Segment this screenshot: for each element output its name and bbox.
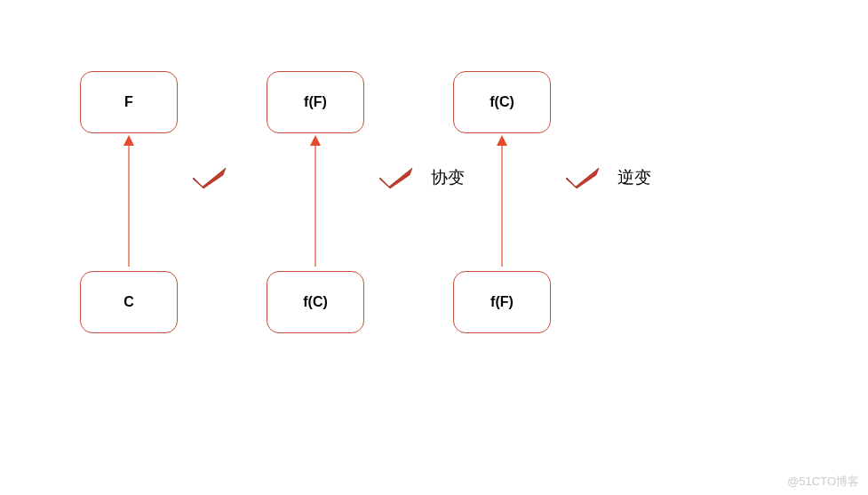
variance-label: 逆变 (617, 166, 651, 189)
checkmark-icon (191, 164, 228, 191)
variance-diagram: F C f(F) f(C) (0, 0, 868, 333)
arrow-up-icon (120, 133, 138, 271)
arrow-container (493, 133, 511, 271)
side-annotation (191, 164, 244, 191)
column-covariant: f(F) f(C) 协变 (267, 71, 364, 333)
box-bottom-label: f(F) (490, 294, 514, 310)
side-annotation: 协变 (378, 164, 465, 191)
arrow-container (120, 133, 138, 271)
svg-marker-1 (123, 135, 134, 146)
box-bottom: f(F) (453, 271, 551, 333)
box-top: f(F) (267, 71, 364, 133)
svg-marker-5 (497, 135, 507, 146)
svg-marker-3 (310, 135, 321, 146)
column-base: F C (80, 71, 178, 333)
column-contravariant: f(C) f(F) 逆变 (453, 71, 551, 333)
box-bottom: f(C) (267, 271, 364, 333)
box-bottom-label: f(C) (303, 294, 328, 310)
box-top: F (80, 71, 178, 133)
checkmark-icon (564, 164, 601, 191)
arrow-container (307, 133, 324, 271)
watermark: @51CTO博客 (787, 474, 859, 490)
box-top-label: f(C) (490, 94, 514, 110)
side-annotation: 逆变 (564, 164, 651, 191)
box-bottom-label: C (123, 294, 134, 310)
arrow-up-icon (493, 133, 511, 271)
box-top-label: f(F) (304, 94, 327, 110)
arrow-up-icon (307, 133, 324, 271)
checkmark-icon (378, 164, 415, 191)
box-top: f(C) (453, 71, 551, 133)
box-bottom: C (80, 271, 178, 333)
box-top-label: F (124, 94, 133, 110)
